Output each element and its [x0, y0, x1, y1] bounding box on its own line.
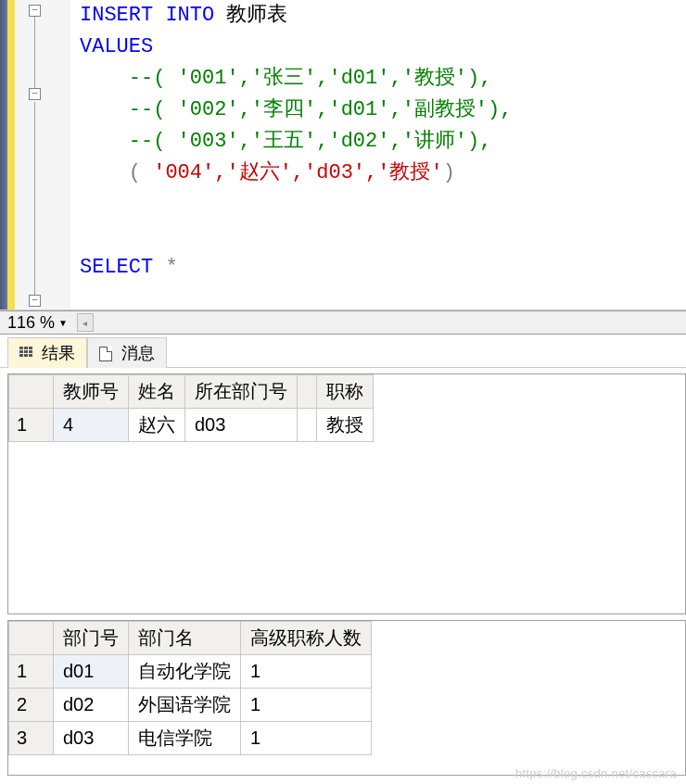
- row-number: 1: [9, 655, 54, 689]
- cell[interactable]: d01: [54, 655, 129, 689]
- cell[interactable]: 教授: [317, 409, 374, 442]
- sql-keyword: SELECT: [80, 256, 153, 279]
- row-number: 1: [9, 409, 54, 442]
- sql-punct: ): [443, 161, 455, 184]
- sql-identifier: 教师表: [214, 4, 287, 27]
- col-header[interactable]: 高级职称人数: [241, 622, 372, 655]
- document-icon: [99, 347, 116, 360]
- zoom-value: 116 %: [7, 313, 55, 333]
- cell[interactable]: 1: [241, 689, 372, 722]
- fold-guide-line: [34, 17, 35, 88]
- result-grid-1[interactable]: 教师号 姓名 所在部门号 职称 1 4 赵六 d03 教授: [7, 373, 686, 614]
- tab-messages[interactable]: 消息: [87, 337, 167, 368]
- row-number: 2: [9, 689, 54, 722]
- sql-operator: *: [153, 256, 177, 279]
- table-corner: [9, 375, 54, 409]
- sql-comment: --( '003','王五','d02','讲师'),: [80, 130, 491, 153]
- results-tabs: 结果 消息: [0, 335, 686, 368]
- fold-toggle-icon[interactable]: [29, 5, 41, 17]
- cell[interactable]: 赵六: [129, 409, 185, 442]
- col-header[interactable]: 姓名: [129, 375, 185, 409]
- cell[interactable]: d02: [54, 689, 129, 722]
- col-header[interactable]: [298, 375, 317, 409]
- col-header[interactable]: 部门号: [54, 622, 129, 655]
- scroll-left-button[interactable]: ◂: [77, 313, 94, 332]
- result-grid-2[interactable]: 部门号 部门名 高级职称人数 1 d01 自动化学院 1 2 d02 外国语学院…: [7, 620, 686, 776]
- code-text[interactable]: INSERT INTO 教师表 VALUES --( '001','张三','d…: [70, 0, 686, 310]
- col-header[interactable]: 教师号: [54, 375, 129, 409]
- table-row[interactable]: 2 d02 外国语学院 1: [9, 689, 372, 722]
- cell[interactable]: 自动化学院: [129, 655, 241, 689]
- fold-toggle-icon[interactable]: [29, 88, 41, 100]
- chevron-down-icon: ▼: [58, 318, 68, 328]
- table-corner: [9, 622, 54, 655]
- fold-toggle-icon[interactable]: [29, 295, 41, 307]
- cell[interactable]: 1: [241, 655, 372, 689]
- cell[interactable]: 4: [54, 409, 129, 442]
- table-row[interactable]: 1 d01 自动化学院 1: [9, 655, 372, 689]
- table-header-row: 部门号 部门名 高级职称人数: [9, 622, 372, 655]
- col-header[interactable]: 所在部门号: [185, 375, 298, 409]
- sql-keyword: INSERT INTO: [80, 4, 214, 27]
- col-header[interactable]: 职称: [317, 375, 374, 409]
- cell[interactable]: [298, 409, 317, 442]
- tab-label: 消息: [121, 342, 155, 364]
- row-number: 3: [9, 722, 54, 755]
- sql-punct: (: [80, 161, 153, 184]
- code-gutter: [15, 0, 70, 310]
- sql-editor[interactable]: INSERT INTO 教师表 VALUES --( '001','张三','d…: [0, 0, 686, 310]
- results-panel: 教师号 姓名 所在部门号 职称 1 4 赵六 d03 教授 部门号 部门名 高级: [0, 368, 686, 784]
- table-header-row: 教师号 姓名 所在部门号 职称: [9, 375, 374, 409]
- cell[interactable]: 电信学院: [129, 722, 241, 755]
- sql-comment: --( '002','李四','d01','副教授'),: [80, 98, 512, 121]
- cell[interactable]: 1: [241, 722, 372, 755]
- tab-results[interactable]: 结果: [7, 337, 87, 368]
- cell[interactable]: d03: [185, 409, 298, 442]
- sql-comment: --( '001','张三','d01','教授'),: [80, 67, 491, 90]
- sql-string: '004','赵六','d03','教授': [153, 161, 442, 184]
- table-row[interactable]: 3 d03 电信学院 1: [9, 722, 372, 755]
- cell[interactable]: 外国语学院: [129, 689, 241, 722]
- col-header[interactable]: 部门名: [129, 622, 241, 655]
- zoom-toolbar: 116 % ▼ ◂: [0, 310, 686, 335]
- editor-left-margin: [0, 0, 7, 310]
- editor-change-indicator: [7, 0, 15, 310]
- grid-icon: [19, 347, 36, 360]
- zoom-dropdown[interactable]: 116 % ▼: [4, 313, 71, 333]
- sql-keyword: VALUES: [80, 35, 153, 58]
- table-row[interactable]: 1 4 赵六 d03 教授: [9, 409, 374, 442]
- cell[interactable]: d03: [54, 722, 129, 755]
- fold-guide-line: [34, 102, 35, 295]
- data-table: 部门号 部门名 高级职称人数 1 d01 自动化学院 1 2 d02 外国语学院…: [8, 621, 372, 755]
- watermark: https://blog.csdn.net/cascara: [515, 766, 677, 780]
- data-table: 教师号 姓名 所在部门号 职称 1 4 赵六 d03 教授: [8, 374, 374, 442]
- tab-label: 结果: [42, 342, 75, 364]
